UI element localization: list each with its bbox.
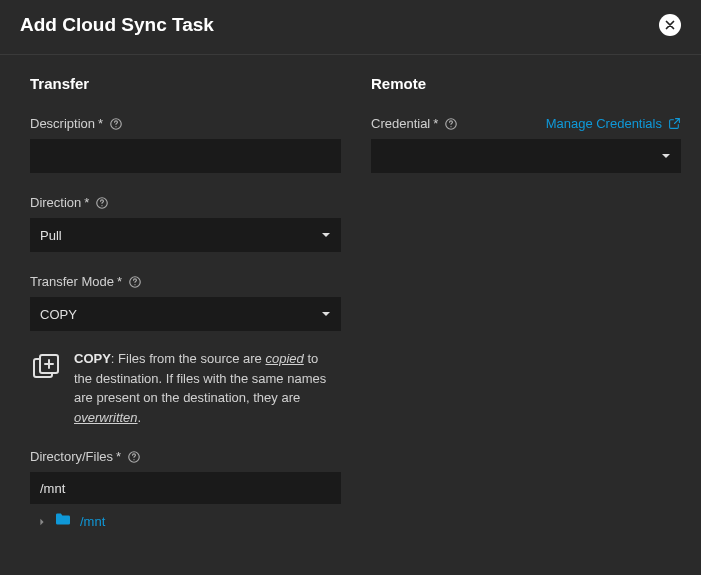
svg-point-11 xyxy=(451,126,452,127)
close-icon xyxy=(663,18,677,32)
direction-select[interactable]: Pull xyxy=(30,218,341,252)
svg-point-5 xyxy=(135,284,136,285)
manage-credentials-label: Manage Credentials xyxy=(546,116,662,131)
copy-mode-icon xyxy=(32,353,60,381)
description-input[interactable] xyxy=(30,139,341,173)
directory-path-input[interactable] xyxy=(30,472,341,504)
direction-value: Pull xyxy=(40,228,62,243)
page-title: Add Cloud Sync Task xyxy=(20,14,214,36)
transfer-mode-value: COPY xyxy=(40,307,77,322)
help-icon[interactable] xyxy=(95,196,109,210)
remote-section-title: Remote xyxy=(371,75,681,92)
help-icon[interactable] xyxy=(444,117,458,131)
close-button[interactable] xyxy=(659,14,681,36)
credential-label: Credential xyxy=(371,116,430,131)
required-indicator: * xyxy=(117,274,122,289)
direction-label: Direction xyxy=(30,195,81,210)
credential-select[interactable] xyxy=(371,139,681,173)
description-label: Description xyxy=(30,116,95,131)
chevron-down-icon xyxy=(321,307,331,322)
folder-icon xyxy=(54,512,72,530)
chevron-down-icon xyxy=(661,149,671,164)
svg-point-1 xyxy=(116,126,117,127)
help-icon[interactable] xyxy=(128,275,142,289)
svg-point-9 xyxy=(134,459,135,460)
help-icon[interactable] xyxy=(109,117,123,131)
required-indicator: * xyxy=(116,449,121,464)
transfer-section-title: Transfer xyxy=(30,75,341,92)
chevron-down-icon xyxy=(321,228,331,243)
tree-node-label: /mnt xyxy=(80,514,105,529)
transfer-mode-description: COPY: Files from the source are copied t… xyxy=(74,349,339,427)
directory-files-label: Directory/Files xyxy=(30,449,113,464)
help-icon[interactable] xyxy=(127,450,141,464)
transfer-mode-label: Transfer Mode xyxy=(30,274,114,289)
external-link-icon xyxy=(668,117,681,130)
chevron-right-icon xyxy=(38,512,46,530)
manage-credentials-link[interactable]: Manage Credentials xyxy=(546,116,681,131)
svg-point-3 xyxy=(102,205,103,206)
tree-node[interactable]: /mnt xyxy=(30,504,341,538)
required-indicator: * xyxy=(84,195,89,210)
required-indicator: * xyxy=(98,116,103,131)
transfer-mode-select[interactable]: COPY xyxy=(30,297,341,331)
required-indicator: * xyxy=(433,116,438,131)
